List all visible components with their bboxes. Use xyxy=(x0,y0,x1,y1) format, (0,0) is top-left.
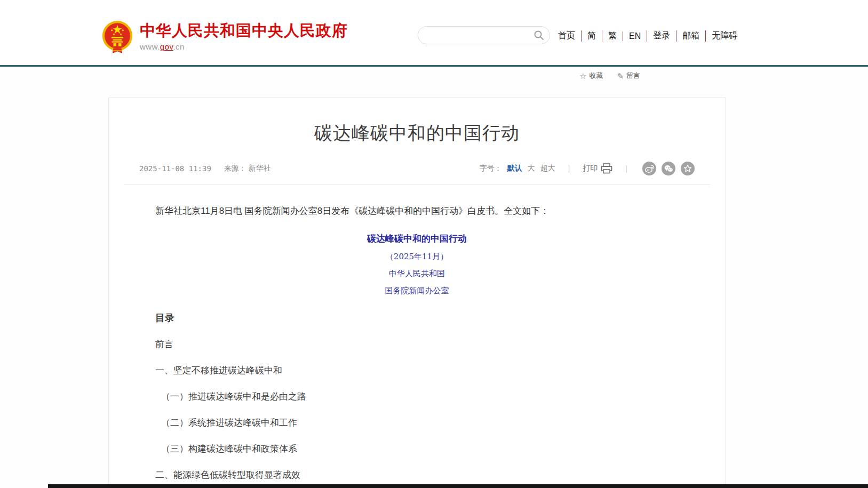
article-title: 碳达峰碳中和的中国行动 xyxy=(139,121,695,146)
meta-divider xyxy=(124,184,710,185)
weibo-icon xyxy=(645,165,654,173)
search-box xyxy=(418,26,550,44)
document-date: （2025年11月） xyxy=(155,252,679,262)
toc-heading: 目录 xyxy=(155,311,679,324)
document-title: 碳达峰碳中和的中国行动 xyxy=(155,233,679,245)
nav-item-simplified[interactable]: 简 xyxy=(581,30,602,42)
bottom-edge-bar xyxy=(48,484,868,488)
toc-item-section1-3: （三）构建碳达峰碳中和政策体系 xyxy=(161,443,679,455)
site-logo-link[interactable]: 中华人民共和国中央人民政府 www.gov.cn xyxy=(101,20,348,53)
nav-item-login[interactable]: 登录 xyxy=(647,30,676,42)
page: 中华人民共和国中央人民政府 www.gov.cn 首页 简 繁 EN 登录 邮箱… xyxy=(0,0,868,488)
toc-item-section1: 一、坚定不移推进碳达峰碳中和 xyxy=(155,364,679,377)
search-icon[interactable] xyxy=(533,30,544,41)
publish-date: 2025-11-08 11:39 xyxy=(139,164,211,173)
nav-item-mail[interactable]: 邮箱 xyxy=(676,30,705,42)
print-button[interactable]: 打印 xyxy=(583,163,612,174)
top-nav: 首页 简 繁 EN 登录 邮箱 无障碍 xyxy=(558,30,743,42)
separator: | xyxy=(625,164,627,173)
brand-text: 中华人民共和国中央人民政府 www.gov.cn xyxy=(140,22,348,52)
site-url: www.gov.cn xyxy=(140,42,348,51)
source-label: 来源： xyxy=(224,164,246,172)
site-header: 中华人民共和国中央人民政府 www.gov.cn 首页 简 繁 EN 登录 邮箱… xyxy=(0,0,868,65)
comment-label: 留言 xyxy=(626,71,640,81)
utility-row: ☆ 收藏 ✎ 留言 xyxy=(579,71,640,81)
site-title: 中华人民共和国中央人民政府 xyxy=(140,22,348,39)
meta-right: 字号： 默认 大 超大 | 打印 | xyxy=(480,162,695,175)
weibo-share-button[interactable] xyxy=(642,162,656,175)
document-author-line2: 国务院新闻办公室 xyxy=(155,286,679,296)
lead-paragraph: 新华社北京11月8日电 国务院新闻办公室8日发布《碳达峰碳中和的中国行动》白皮书… xyxy=(155,204,679,218)
wechat-share-button[interactable] xyxy=(662,162,675,175)
pencil-icon: ✎ xyxy=(617,72,624,80)
search-input[interactable] xyxy=(418,27,533,43)
article-body: 新华社北京11月8日电 国务院新闻办公室8日发布《碳达峰碳中和的中国行动》白皮书… xyxy=(139,204,695,488)
favorite-button[interactable]: ☆ 收藏 xyxy=(579,71,603,81)
document-author-line1: 中华人民共和国 xyxy=(155,269,679,279)
star-share-icon xyxy=(683,164,692,173)
toc-item-section1-2: （二）系统推进碳达峰碳中和工作 xyxy=(161,417,679,429)
source: 来源： 新华社 xyxy=(224,164,271,173)
toc-item-section2: 二、能源绿色低碳转型取得显著成效 xyxy=(155,469,679,481)
star-share-button[interactable] xyxy=(681,162,695,175)
nav-item-english[interactable]: EN xyxy=(623,31,647,41)
header-divider xyxy=(0,65,868,67)
toc-item-preface: 前言 xyxy=(155,338,679,350)
nav-item-traditional[interactable]: 繁 xyxy=(602,30,623,42)
article-card: 碳达峰碳中和的中国行动 2025-11-08 11:39 来源： 新华社 字号：… xyxy=(108,97,726,488)
national-emblem-icon xyxy=(101,20,133,53)
font-size-xlarge-button[interactable]: 超大 xyxy=(540,164,555,173)
source-value[interactable]: 新华社 xyxy=(249,164,271,172)
share-icons xyxy=(642,162,695,175)
favorite-label: 收藏 xyxy=(589,71,603,81)
toc-item-section1-1: （一）推进碳达峰碳中和是必由之路 xyxy=(161,390,679,403)
print-label: 打印 xyxy=(583,164,598,173)
nav-item-home[interactable]: 首页 xyxy=(558,30,581,42)
wechat-icon xyxy=(664,165,673,173)
star-outline-icon: ☆ xyxy=(579,72,586,80)
printer-icon xyxy=(601,163,612,174)
meta-left: 2025-11-08 11:39 来源： 新华社 xyxy=(139,164,271,173)
font-size-large-button[interactable]: 大 xyxy=(528,164,535,173)
article-meta-row: 2025-11-08 11:39 来源： 新华社 字号： 默认 大 超大 | 打… xyxy=(139,162,695,175)
font-size-label: 字号： xyxy=(480,164,502,173)
separator: | xyxy=(568,164,570,173)
comment-button[interactable]: ✎ 留言 xyxy=(617,71,640,81)
font-size-default-button[interactable]: 默认 xyxy=(507,164,522,173)
nav-item-accessibility[interactable]: 无障碍 xyxy=(705,30,743,42)
